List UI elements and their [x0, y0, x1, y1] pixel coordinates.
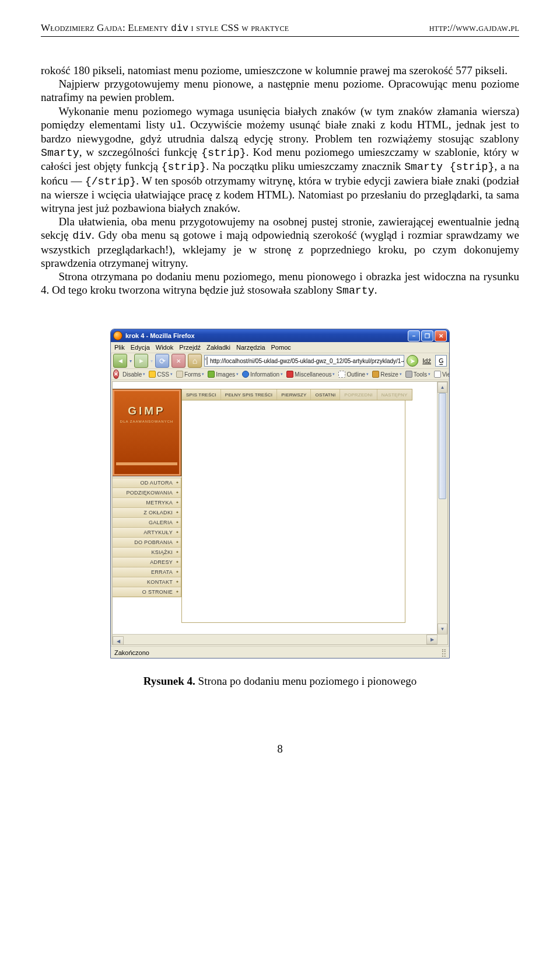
stop-button-icon[interactable]	[172, 354, 186, 368]
figure-caption: Rysunek 4. Strona po dodaniu menu poziom…	[41, 675, 519, 688]
dev-item[interactable]: Miscellaneous▾	[286, 371, 335, 378]
scroll-right-icon[interactable]: ▶	[426, 635, 438, 644]
page-icon	[206, 357, 208, 365]
caption-text: Strona po dodaniu menu poziomego i piono…	[195, 675, 416, 687]
disable-icon[interactable]: ✕	[113, 370, 119, 379]
vmenu-item[interactable]: DO POBRANIA	[113, 538, 181, 548]
forward-dropdown-icon: ▾	[150, 358, 153, 364]
scroll-left-icon[interactable]: ◀	[113, 636, 124, 645]
book-cover: GIMP DLA ZAAWANSOWANYCH	[113, 389, 181, 476]
webdeveloper-toolbar: ✕ Disable▾ CSS▾ Forms▾ Images▾ Informati…	[111, 369, 449, 380]
paragraph-4: Dla ułatwienia, oba menu przygotowujemy …	[41, 215, 519, 270]
left-column: GIMP DLA ZAAWANSOWANYCH OD AUTORA PODZIĘ…	[113, 389, 181, 623]
caption-label: Rysunek 4.	[144, 675, 195, 687]
scroll-down-icon[interactable]: ▼	[438, 623, 447, 635]
dev-item[interactable]: Outline▾	[338, 371, 369, 378]
menu-item[interactable]: Pomoc	[271, 344, 291, 351]
back-dropdown-icon[interactable]: ▾	[130, 358, 132, 364]
status-bar: Zakończono ⣿	[111, 646, 449, 658]
cover-band	[116, 462, 177, 465]
running-head-left: Włodzimierz Gajda: Elementy div i style …	[41, 22, 289, 34]
menu-item[interactable]: Widok	[156, 344, 174, 351]
hmenu-item[interactable]: OSTATNI	[311, 389, 340, 400]
menu-item[interactable]: Narzędzia	[236, 344, 265, 351]
paragraph-2: Najpierw przygotowujemy menu pionowe, a …	[41, 77, 519, 104]
dev-item[interactable]: Resize▾	[372, 371, 402, 378]
vmenu-item[interactable]: KONTAKT	[113, 577, 181, 587]
horizontal-scrollbar[interactable]: ◀ ▶	[113, 634, 438, 644]
back-button-icon[interactable]	[113, 354, 127, 368]
scroll-up-icon[interactable]: ▲	[438, 382, 447, 393]
window-title: krok 4 - Mozilla Firefox	[125, 332, 195, 339]
menu-item[interactable]: Przejdź	[179, 344, 201, 351]
vertical-menu: OD AUTORA PODZIĘKOWANIA METRYKA Z OKŁADK…	[113, 478, 181, 597]
minimize-button[interactable]: –	[408, 330, 420, 342]
paragraph-1: rokość 180 pikseli, natomiast menu pozio…	[41, 64, 519, 77]
vmenu-item[interactable]: O STRONIE	[113, 587, 181, 597]
vmenu-item[interactable]: PODZIĘKOWANIA	[113, 488, 181, 498]
right-column: SPIS TREŚCI PEŁNY SPIS TREŚCI PIERWSZY O…	[181, 389, 412, 623]
home-button-icon[interactable]	[188, 354, 202, 368]
vmenu-item[interactable]: ERRATA	[113, 567, 181, 577]
menu-item[interactable]: Zakładki	[206, 344, 230, 351]
dev-item[interactable]: Forms▾	[176, 371, 204, 378]
header-url: http://www.gajdaw.pl	[429, 22, 519, 34]
menu-item[interactable]: Plik	[114, 344, 125, 351]
figure: krok 4 - Mozilla Firefox – ❐ ✕ Plik Edyc…	[41, 329, 519, 688]
dev-item[interactable]: Disable▾	[123, 371, 145, 378]
dev-item[interactable]: Tools▾	[405, 371, 430, 378]
resize-grip-icon[interactable]: ⣿	[441, 648, 446, 657]
site-layout: GIMP DLA ZAAWANSOWANYCH OD AUTORA PODZIĘ…	[113, 389, 412, 623]
running-head: Włodzimierz Gajda: Elementy div i style …	[41, 22, 519, 37]
menubar: Plik Edycja Widok Przejdź Zakładki Narzę…	[111, 342, 449, 353]
horizontal-menu: SPIS TREŚCI PEŁNY SPIS TREŚCI PIERWSZY O…	[181, 389, 412, 400]
vmenu-item[interactable]: Z OKŁADKI	[113, 508, 181, 518]
go-label[interactable]: Idź	[422, 357, 431, 364]
page: Włodzimierz Gajda: Elementy div i style …	[0, 0, 560, 779]
go-button-icon[interactable]: ➤	[407, 355, 418, 367]
code-div: div	[171, 23, 188, 34]
dev-item[interactable]: Information▾	[242, 371, 283, 378]
body-text: rokość 180 pikseli, natomiast menu pozio…	[41, 64, 519, 297]
vertical-scrollbar[interactable]: ▲ ▼	[437, 382, 447, 635]
paragraph-3: Wykonanie menu poziomego wymaga usunięci…	[41, 104, 519, 215]
forward-button-icon[interactable]	[134, 354, 148, 368]
content-canvas	[181, 400, 405, 623]
dev-item[interactable]: CSS▾	[149, 371, 173, 378]
vmenu-item[interactable]: KSIĄŻKI	[113, 548, 181, 558]
scroll-thumb[interactable]	[439, 393, 446, 499]
cover-title: GIMP	[113, 405, 181, 417]
address-text: http://localhost/ni/05-uklad-gwz/05-ukla…	[210, 358, 404, 364]
hmenu-item[interactable]: SPIS TREŚCI	[182, 389, 221, 400]
page-viewport: GIMP DLA ZAAWANSOWANYCH OD AUTORA PODZIĘ…	[112, 381, 448, 645]
status-text: Zakończono	[114, 649, 149, 656]
hmenu-item-disabled: POPRZEDNI	[340, 389, 377, 400]
search-engine-icon[interactable]: G̲	[435, 355, 447, 367]
scrollbar-corner	[437, 634, 447, 644]
vmenu-item[interactable]: ADRESY	[113, 558, 181, 567]
close-button[interactable]: ✕	[435, 330, 447, 342]
nav-toolbar: ▾ ▾ http://localhost/ni/05-uklad-gwz/05-…	[111, 353, 449, 369]
title-part2: i style CSS w praktyce	[191, 22, 289, 33]
titlebar[interactable]: krok 4 - Mozilla Firefox – ❐ ✕	[111, 329, 449, 342]
menu-item[interactable]: Edycja	[131, 344, 150, 351]
dev-item[interactable]: View Source	[434, 371, 449, 378]
vmenu-item[interactable]: GALERIA	[113, 518, 181, 528]
vmenu-item[interactable]: ARTYKUŁY	[113, 528, 181, 538]
hmenu-item[interactable]: PEŁNY SPIS TREŚCI	[221, 389, 277, 400]
paragraph-5: Strona otrzymana po dodaniu menu poziome…	[41, 270, 519, 297]
page-number: 8	[41, 743, 519, 755]
dev-item[interactable]: Images▾	[208, 371, 239, 378]
hmenu-item[interactable]: PIERWSZY	[277, 389, 311, 400]
title-part1: Elementy	[128, 22, 168, 33]
cover-subtitle: DLA ZAAWANSOWANYCH	[113, 420, 181, 423]
vmenu-item[interactable]: OD AUTORA	[113, 478, 181, 488]
reload-button-icon[interactable]	[155, 354, 169, 368]
address-bar[interactable]: http://localhost/ni/05-uklad-gwz/05-ukla…	[204, 355, 404, 367]
hmenu-item-disabled: NASTĘPNY	[377, 389, 412, 400]
maximize-button[interactable]: ❐	[421, 330, 433, 342]
author: Włodzimierz Gajda:	[41, 22, 125, 33]
firefox-icon	[113, 331, 123, 340]
page-content: GIMP DLA ZAAWANSOWANYCH OD AUTORA PODZIĘ…	[113, 382, 438, 635]
vmenu-item[interactable]: METRYKA	[113, 498, 181, 508]
